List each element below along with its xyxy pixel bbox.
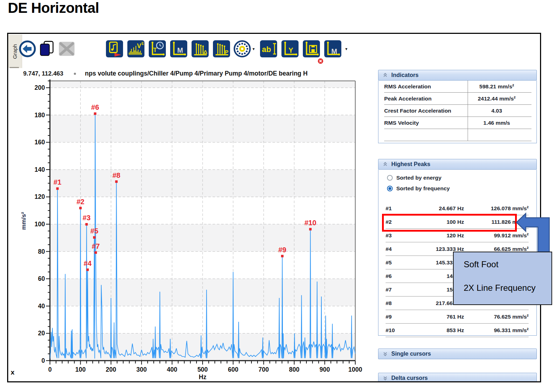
indicators-header[interactable]: Indicators bbox=[378, 70, 537, 81]
peak-rank: #8 bbox=[386, 300, 405, 306]
peak-marker-label: #2 bbox=[76, 198, 84, 206]
peak-amplitude: 76.625 mm/s² bbox=[464, 314, 529, 320]
indicator-row: RMS Acceleration598.21 mm/s² bbox=[384, 81, 531, 93]
svg-text:200: 200 bbox=[35, 84, 45, 91]
peak-rank: #4 bbox=[386, 246, 405, 252]
peak-frequency: 853 Hz bbox=[405, 327, 464, 334]
annotation-callout: Soft Foot 2X Line Frequency bbox=[453, 252, 552, 305]
peak-marker[interactable] bbox=[95, 251, 97, 254]
peak-rank: #1 bbox=[386, 205, 405, 212]
indicator-row: Crest Factor Acceleration4.03 bbox=[384, 105, 531, 117]
svg-text:mm/s²: mm/s² bbox=[20, 212, 27, 230]
highest-peaks-title: Highest Peaks bbox=[391, 161, 430, 167]
radio-label: Sorted by frequency bbox=[396, 185, 450, 192]
svg-text:500: 500 bbox=[197, 366, 208, 373]
svg-text:nps volute couplings/Chiller 4: nps volute couplings/Chiller 4/Pump 4/Pr… bbox=[85, 70, 307, 77]
expand-down-icon bbox=[383, 351, 388, 356]
expand-down-icon bbox=[383, 376, 388, 381]
peak-frequency: 120 Hz bbox=[405, 232, 464, 239]
highest-peaks-panel: Highest Peaks Sorted by energySorted by … bbox=[378, 159, 537, 336]
callout-line-2: 2X Line Frequency bbox=[454, 283, 551, 293]
indicator-row: Peak Acceleration2412.44 mm/s² bbox=[384, 93, 531, 105]
svg-text:120: 120 bbox=[35, 193, 45, 200]
svg-text:60: 60 bbox=[38, 275, 45, 282]
svg-text:9.747, 112.463: 9.747, 112.463 bbox=[23, 70, 63, 77]
svg-text:Hz: Hz bbox=[199, 373, 207, 381]
indicator-row bbox=[384, 129, 531, 141]
peak-rank: #5 bbox=[386, 259, 405, 266]
peak-amplitude: 126.078 mm/s² bbox=[464, 205, 529, 212]
svg-text:140: 140 bbox=[35, 166, 45, 173]
svg-text:1000: 1000 bbox=[348, 366, 362, 373]
peak-frequency: 761 Hz bbox=[405, 314, 464, 320]
delta-cursors-header[interactable]: Delta cursors bbox=[378, 373, 537, 382]
peak-amplitude: 66.625 mm/s² bbox=[464, 246, 529, 252]
peak-marker[interactable] bbox=[94, 112, 96, 115]
single-cursors-panel: Single cursors bbox=[378, 349, 537, 359]
peak-marker[interactable] bbox=[281, 255, 284, 257]
svg-text:160: 160 bbox=[35, 139, 45, 146]
peak-rank: #7 bbox=[386, 287, 405, 293]
radio-icon[interactable] bbox=[387, 175, 393, 181]
peak-marker-label: #9 bbox=[278, 246, 286, 254]
callout-line-1: Soft Foot bbox=[454, 259, 551, 269]
collapse-up-icon bbox=[383, 162, 388, 167]
peak-marker[interactable] bbox=[309, 228, 312, 231]
highlight-rectangle bbox=[382, 214, 517, 232]
indicator-value: 4.03 bbox=[462, 108, 531, 114]
svg-text:20: 20 bbox=[38, 330, 45, 337]
peak-frequency: 123.333 Hz bbox=[405, 246, 464, 252]
collapse-up-icon bbox=[383, 73, 388, 78]
peak-marker[interactable] bbox=[85, 223, 88, 226]
indicator-row: RMS Velocity1.46 mm/s bbox=[384, 117, 531, 129]
radio-icon[interactable] bbox=[387, 186, 393, 191]
spectrum-chart[interactable]: 0204060801001201401601802000100200300400… bbox=[8, 34, 379, 381]
peak-marker-label: #7 bbox=[92, 242, 100, 250]
svg-text:100: 100 bbox=[35, 221, 45, 228]
peak-marker[interactable] bbox=[79, 207, 82, 209]
peak-row-9[interactable]: #9761 Hz76.625 mm/s² bbox=[386, 310, 529, 324]
peak-row-10[interactable]: #10853 Hz96.331 mm/s² bbox=[386, 324, 529, 337]
peak-rank: #10 bbox=[386, 327, 405, 334]
indicators-panel: Indicators RMS Acceleration598.21 mm/s²P… bbox=[378, 70, 537, 143]
peak-frequency: 24.667 Hz bbox=[405, 205, 464, 212]
svg-text:600: 600 bbox=[228, 366, 238, 373]
peak-marker[interactable] bbox=[93, 236, 96, 239]
page-title: DE Horizontal bbox=[8, 0, 99, 16]
indicator-value: 2412.44 mm/s² bbox=[462, 96, 531, 102]
svg-text:180: 180 bbox=[35, 112, 45, 119]
indicator-label: RMS Acceleration bbox=[384, 83, 462, 90]
peak-marker-label: #4 bbox=[83, 259, 92, 267]
sort-radio-energy[interactable]: Sorted by energy bbox=[387, 172, 536, 183]
svg-text:800: 800 bbox=[289, 366, 299, 373]
svg-text:400: 400 bbox=[167, 366, 177, 373]
delta-cursors-title: Delta cursors bbox=[391, 375, 428, 381]
single-cursors-header[interactable]: Single cursors bbox=[378, 349, 537, 359]
peak-marker[interactable] bbox=[56, 187, 59, 190]
page: DE Horizontal Graph VETMΔP▼abYM▼ 0204060… bbox=[0, 0, 560, 392]
peak-marker[interactable] bbox=[115, 180, 118, 183]
delta-cursors-panel: Delta cursors bbox=[378, 373, 537, 382]
peak-rank: #9 bbox=[386, 314, 405, 320]
indicator-value: 598.21 mm/s² bbox=[462, 83, 531, 90]
peak-marker-label: #6 bbox=[91, 103, 99, 111]
indicators-title: Indicators bbox=[391, 72, 418, 78]
svg-text:x: x bbox=[11, 368, 15, 376]
indicator-label: Crest Factor Acceleration bbox=[384, 108, 462, 114]
indicator-label: Peak Acceleration bbox=[384, 96, 462, 102]
single-cursors-title: Single cursors bbox=[391, 351, 431, 357]
peak-marker-label: #8 bbox=[112, 171, 120, 179]
radio-label: Sorted by energy bbox=[396, 175, 442, 181]
svg-text:0: 0 bbox=[41, 357, 45, 364]
svg-text:100: 100 bbox=[75, 366, 86, 373]
svg-text:0: 0 bbox=[48, 366, 52, 373]
sort-radio-frequency[interactable]: Sorted by frequency bbox=[387, 183, 536, 194]
peak-rank: #6 bbox=[386, 273, 405, 279]
indicators-divider bbox=[468, 81, 468, 141]
svg-text:200: 200 bbox=[106, 366, 116, 373]
highest-peaks-header[interactable]: Highest Peaks bbox=[378, 159, 537, 170]
peak-row-1[interactable]: #124.667 Hz126.078 mm/s² bbox=[386, 202, 529, 215]
peak-marker-label: #1 bbox=[54, 178, 61, 186]
svg-text:700: 700 bbox=[259, 366, 269, 373]
peak-marker[interactable] bbox=[86, 268, 89, 271]
